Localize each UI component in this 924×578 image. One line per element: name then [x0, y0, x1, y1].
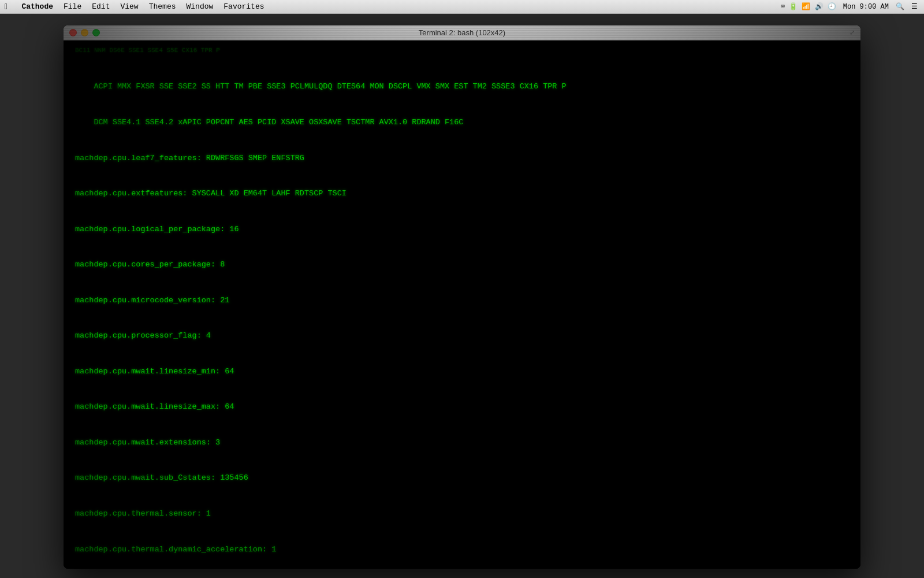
terminal-line: machdep.cpu.mwait.linesize_min: 64	[75, 366, 849, 378]
terminal-line: machdep.cpu.microcode_version: 21	[75, 295, 849, 307]
menu-favorites[interactable]: Favorites	[218, 0, 269, 14]
menu-cathode[interactable]: Cathode	[16, 0, 58, 14]
minimize-button[interactable]	[81, 29, 88, 36]
menu-edit[interactable]: Edit	[87, 0, 115, 14]
terminal-line: machdep.cpu.thermal.dynamic_acceleration…	[75, 544, 849, 556]
apple-menu-icon[interactable]: 	[5, 2, 9, 12]
menubar-right: ⌨ 🔋 📶 🔊 🕘 Mon 9:00 AM 🔍 ☰	[779, 2, 919, 11]
terminal-line: machdep.cpu.mwait.linesize_max: 64	[75, 401, 849, 413]
menubar-icons: ⌨ 🔋 📶 🔊 🕘	[779, 2, 838, 11]
menu-window[interactable]: Window	[181, 0, 218, 14]
terminal-line: machdep.cpu.mwait.sub_Cstates: 135456	[75, 472, 849, 484]
menubar-time: Mon 9:00 AM	[841, 3, 891, 11]
menubar:  Cathode File Edit View Themes Window F…	[0, 0, 924, 14]
menubar-search-icon[interactable]: 🔍	[894, 2, 906, 11]
menu-view[interactable]: View	[115, 0, 143, 14]
terminal-line: machdep.cpu.logical_per_package: 16	[75, 224, 849, 236]
close-button[interactable]	[69, 29, 77, 36]
terminal-line: machdep.cpu.leaf7_features: RDWRFSGS SME…	[75, 153, 849, 165]
terminal-line: ACPI MMX FXSR SSE SSE2 SS HTT TM PBE SSE…	[75, 81, 849, 93]
terminal-window: Terminal 2: bash (102x42) ⤢ BC11 NNM DS6…	[64, 25, 860, 569]
scrolled-content: BC11 NNM DS6E SSE1 SSE4 S5E CX16 TPR P	[75, 46, 849, 55]
terminal-line: machdep.cpu.mwait.extensions: 3	[75, 437, 849, 449]
terminal-line: machdep.cpu.cores_per_package: 8	[75, 259, 849, 271]
window-title: Terminal 2: bash (102x42)	[419, 28, 505, 37]
terminal-line: machdep.cpu.extfeatures: SYSCALL XD EM64…	[75, 188, 849, 200]
menubar-notif-icon[interactable]: ☰	[910, 2, 919, 11]
terminal-line: machdep.cpu.processor_flag: 4	[75, 330, 849, 342]
title-bar: Terminal 2: bash (102x42) ⤢	[64, 25, 860, 40]
terminal-content[interactable]: BC11 NNM DS6E SSE1 SSE4 S5E CX16 TPR P A…	[64, 40, 860, 569]
terminal-output: ACPI MMX FXSR SSE SSE2 SS HTT TM PBE SSE…	[75, 57, 849, 569]
window-buttons	[69, 29, 100, 36]
menu-file[interactable]: File	[58, 0, 87, 14]
terminal-line: DCM SSE4.1 SSE4.2 xAPIC POPCNT AES PCID …	[75, 117, 849, 129]
resize-icon[interactable]: ⤢	[850, 29, 855, 36]
menu-themes[interactable]: Themes	[144, 0, 181, 14]
maximize-button[interactable]	[92, 29, 100, 36]
terminal-line: machdep.cpu.thermal.sensor: 1	[75, 508, 849, 520]
